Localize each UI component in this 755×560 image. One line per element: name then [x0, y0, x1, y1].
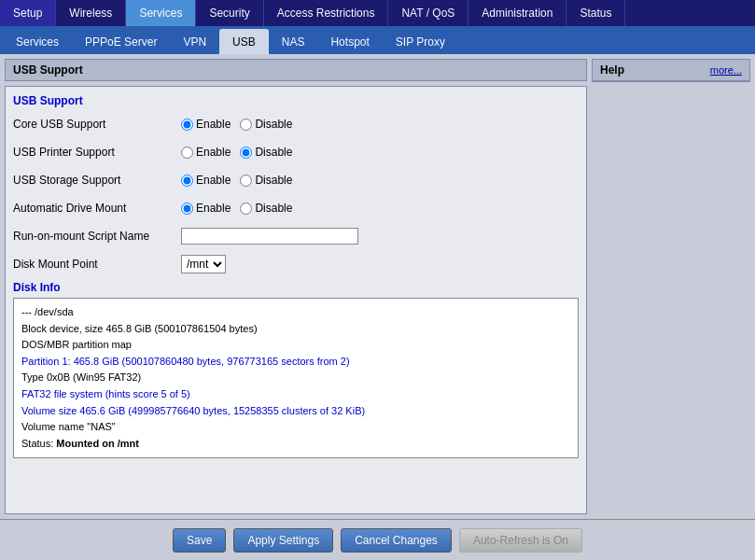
printer-enable-text: Enable: [196, 146, 231, 159]
run-on-mount-label: Run-on-mount Script Name: [13, 230, 181, 243]
auto-refresh-button: Auto-Refresh is On: [459, 528, 582, 553]
nav-nat-qos[interactable]: NAT / QoS: [388, 0, 468, 26]
tab-hotspot[interactable]: Hotspot: [317, 29, 382, 54]
storage-disable-label[interactable]: Disable: [240, 174, 292, 187]
core-usb-disable-label[interactable]: Disable: [240, 118, 292, 131]
storage-enable-text: Enable: [196, 174, 231, 187]
section-title: USB Support: [5, 59, 587, 81]
auto-mount-enable-radio[interactable]: [181, 203, 193, 215]
auto-mount-disable-text: Disable: [255, 202, 292, 215]
disk-info-line-4: Type 0x0B (Win95 FAT32): [21, 370, 570, 386]
nav-access-restrictions[interactable]: Access Restrictions: [264, 0, 389, 26]
auto-mount-enable-text: Enable: [196, 202, 231, 215]
content-box: USB Support Core USB Support Enable Disa…: [5, 86, 587, 514]
nav-wireless[interactable]: Wireless: [56, 0, 126, 26]
help-title: Help: [600, 63, 624, 77]
help-more-link[interactable]: more...: [710, 64, 742, 76]
tab-pppoe-server[interactable]: PPPoE Server: [72, 29, 170, 54]
auto-drive-mount-row: Automatic Drive Mount Enable Disable: [13, 197, 579, 219]
usb-support-heading: USB Support: [13, 94, 579, 107]
storage-disable-radio[interactable]: [240, 175, 252, 187]
disk-info-title: Disk Info: [13, 281, 579, 294]
tab-usb[interactable]: USB: [219, 29, 269, 54]
nav-status[interactable]: Status: [566, 0, 625, 26]
run-on-mount-input[interactable]: [181, 228, 358, 245]
help-header: Help more...: [593, 60, 749, 81]
auto-drive-mount-controls: Enable Disable: [181, 202, 298, 215]
core-usb-support-label: Core USB Support: [13, 118, 181, 131]
bottom-bar: Save Apply Settings Cancel Changes Auto-…: [0, 519, 755, 560]
top-navigation: Setup Wireless Services Security Access …: [0, 0, 755, 26]
right-panel: Help more...: [592, 59, 750, 514]
printer-disable-text: Disable: [255, 146, 292, 159]
tab-sip-proxy[interactable]: SIP Proxy: [383, 29, 458, 54]
auto-mount-enable-label[interactable]: Enable: [181, 202, 231, 215]
printer-disable-radio[interactable]: [240, 147, 252, 159]
run-on-mount-controls: [181, 228, 358, 245]
disk-info-status-value: Mounted on /mnt: [56, 438, 139, 449]
core-usb-enable-radio[interactable]: [181, 119, 193, 131]
core-usb-enable-label[interactable]: Enable: [181, 118, 231, 131]
save-button[interactable]: Save: [173, 528, 226, 553]
left-panel: USB Support USB Support Core USB Support…: [5, 59, 587, 514]
usb-storage-support-controls: Enable Disable: [181, 174, 298, 187]
printer-disable-label[interactable]: Disable: [240, 146, 292, 159]
printer-enable-label[interactable]: Enable: [181, 146, 231, 159]
usb-storage-support-row: USB Storage Support Enable Disable: [13, 169, 579, 191]
tab-nas[interactable]: NAS: [269, 29, 318, 54]
nav-administration[interactable]: Administration: [468, 0, 566, 26]
auto-mount-disable-label[interactable]: Disable: [240, 202, 292, 215]
second-navigation: Services PPPoE Server VPN USB NAS Hotspo…: [0, 26, 755, 54]
disk-info-line-5: FAT32 file system (hints score 5 of 5): [21, 386, 570, 403]
nav-setup[interactable]: Setup: [0, 0, 56, 26]
auto-drive-mount-label: Automatic Drive Mount: [13, 202, 181, 215]
auto-mount-disable-radio[interactable]: [240, 203, 252, 215]
usb-storage-support-label: USB Storage Support: [13, 174, 181, 187]
apply-settings-button[interactable]: Apply Settings: [233, 528, 333, 553]
nav-services[interactable]: Services: [126, 0, 196, 26]
disk-info-line-3: Partition 1: 465.8 GiB (500107860480 byt…: [21, 354, 570, 371]
disk-info-line-6: Volume size 465.6 GiB (499985776640 byte…: [21, 403, 570, 420]
core-usb-disable-text: Disable: [255, 118, 292, 131]
run-on-mount-row: Run-on-mount Script Name: [13, 225, 579, 247]
disk-mount-point-row: Disk Mount Point /mnt: [13, 253, 579, 275]
disk-info-box: --- /dev/sda Block device, size 465.8 Gi…: [13, 298, 579, 458]
main-content: USB Support USB Support Core USB Support…: [0, 54, 755, 519]
storage-disable-text: Disable: [255, 174, 292, 187]
disk-info-line-1: Block device, size 465.8 GiB (5001078615…: [21, 321, 570, 338]
disk-info-status-label: Status:: [21, 438, 53, 449]
tab-vpn[interactable]: VPN: [170, 29, 219, 54]
core-usb-support-controls: Enable Disable: [181, 118, 298, 131]
usb-printer-support-controls: Enable Disable: [181, 146, 298, 159]
printer-enable-radio[interactable]: [181, 147, 193, 159]
disk-info-line-2: DOS/MBR partition map: [21, 337, 570, 354]
disk-info-line-0: --- /dev/sda: [21, 304, 570, 321]
tab-services[interactable]: Services: [3, 29, 72, 54]
core-usb-disable-radio[interactable]: [240, 119, 252, 131]
core-usb-enable-text: Enable: [196, 118, 231, 131]
cancel-changes-button[interactable]: Cancel Changes: [341, 528, 452, 553]
storage-enable-radio[interactable]: [181, 175, 193, 187]
storage-enable-label[interactable]: Enable: [181, 174, 231, 187]
disk-info-line-7: Volume name "NAS": [21, 419, 570, 436]
disk-mount-point-label: Disk Mount Point: [13, 258, 181, 271]
disk-info-line-8: Status: Mounted on /mnt: [21, 436, 570, 453]
usb-printer-support-row: USB Printer Support Enable Disable: [13, 141, 579, 163]
disk-mount-point-select[interactable]: /mnt: [181, 255, 226, 273]
core-usb-support-row: Core USB Support Enable Disable: [13, 113, 579, 135]
disk-mount-point-controls: /mnt: [181, 255, 226, 273]
usb-printer-support-label: USB Printer Support: [13, 146, 181, 159]
nav-security[interactable]: Security: [196, 0, 263, 26]
help-box: Help more...: [592, 59, 750, 82]
